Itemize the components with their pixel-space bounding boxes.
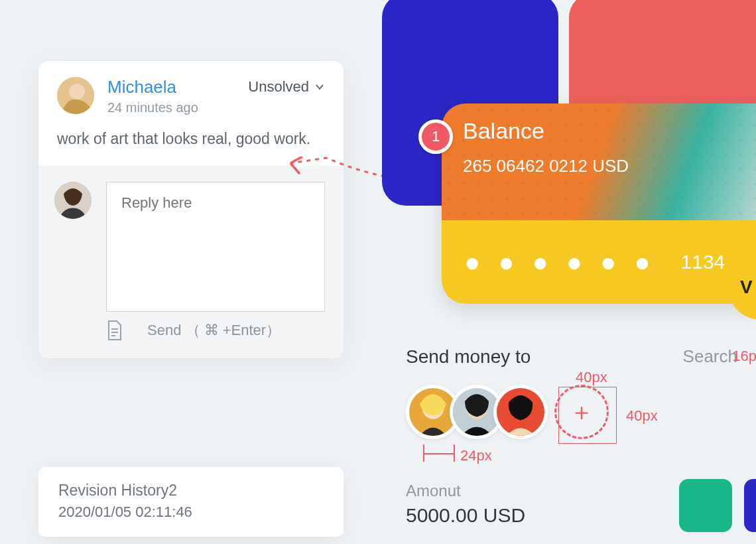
revision-history-title: Revision History2 <box>58 482 324 500</box>
comment-body: work of art that looks real, good work. <box>38 115 344 166</box>
recipient-avatars: ＋ <box>406 385 609 439</box>
send-button[interactable]: Send （ ⌘ +Enter） <box>147 320 281 340</box>
add-recipient-button[interactable]: ＋ <box>554 385 609 439</box>
attachment-icon[interactable] <box>106 320 123 341</box>
recipient-avatar-3[interactable] <box>493 385 548 439</box>
balance-title: Balance <box>463 118 756 144</box>
reply-input[interactable] <box>106 182 325 312</box>
annotation-24px-label: 24px <box>460 447 492 464</box>
annotation-caliper-24px: 24px <box>423 446 455 462</box>
reply-actions: Send （ ⌘ +Enter） <box>54 320 325 341</box>
card-last4: 1134 <box>681 251 725 273</box>
annotation-badge-1: 1 <box>418 119 453 154</box>
author-column: Michaela 24 minutes ago <box>107 77 235 115</box>
send-shortcut: （ ⌘ +Enter） <box>186 322 281 338</box>
comment-header: Michaela 24 minutes ago Unsolved <box>38 61 344 115</box>
send-title: Send money to <box>406 346 531 367</box>
comment-time: 24 minutes ago <box>107 100 198 115</box>
balance-card[interactable]: Balance 265 06462 0212 USD ● ● ● ● ● ● 1… <box>442 103 756 304</box>
reply-area: Send （ ⌘ +Enter） <box>38 166 344 358</box>
search-label[interactable]: Search <box>683 346 737 367</box>
plus-icon: ＋ <box>570 396 594 429</box>
amount-block: Amonut 5000.00 USD <box>406 482 525 527</box>
amount-label: Amonut <box>406 482 525 500</box>
balance-card-bottom: ● ● ● ● ● ● 1134 <box>442 220 756 304</box>
amount-value: 5000.00 USD <box>406 504 525 527</box>
send-row: Send money to Search 16px <box>406 346 756 368</box>
comment-card: Michaela 24 minutes ago Unsolved work of… <box>38 61 344 358</box>
color-chip-blue[interactable] <box>744 479 756 532</box>
reply-row <box>54 182 325 312</box>
annotation-40px-width: 40px <box>576 369 607 386</box>
annotation-40px-height: 40px <box>626 407 658 425</box>
revision-history-timestamp: 2020/01/05 02:11:46 <box>58 504 324 521</box>
color-chip-teal[interactable] <box>679 479 732 532</box>
balance-account-number: 265 06462 0212 USD <box>463 156 756 176</box>
status-label: Unsolved <box>248 78 309 96</box>
annotation-badge-number: 1 <box>432 128 440 145</box>
balance-side-circle-letter: V <box>740 277 753 298</box>
current-user-avatar <box>54 182 92 219</box>
right-panel: Balance 265 06462 0212 USD ● ● ● ● ● ● 1… <box>382 0 756 544</box>
author-name[interactable]: Michaela <box>107 77 176 98</box>
balance-card-top: Balance 265 06462 0212 USD <box>442 103 756 220</box>
revision-history-card[interactable]: Revision History2 2020/01/05 02:11:46 <box>38 467 344 537</box>
annotation-16px: 16px <box>732 348 756 365</box>
card-masked-dots: ● ● ● ● ● ● <box>464 249 656 275</box>
svg-point-1 <box>69 84 85 100</box>
status-dropdown[interactable]: Unsolved <box>248 78 325 96</box>
chevron-down-icon <box>314 82 325 92</box>
author-avatar <box>57 77 94 114</box>
send-label: Send <box>147 322 181 338</box>
